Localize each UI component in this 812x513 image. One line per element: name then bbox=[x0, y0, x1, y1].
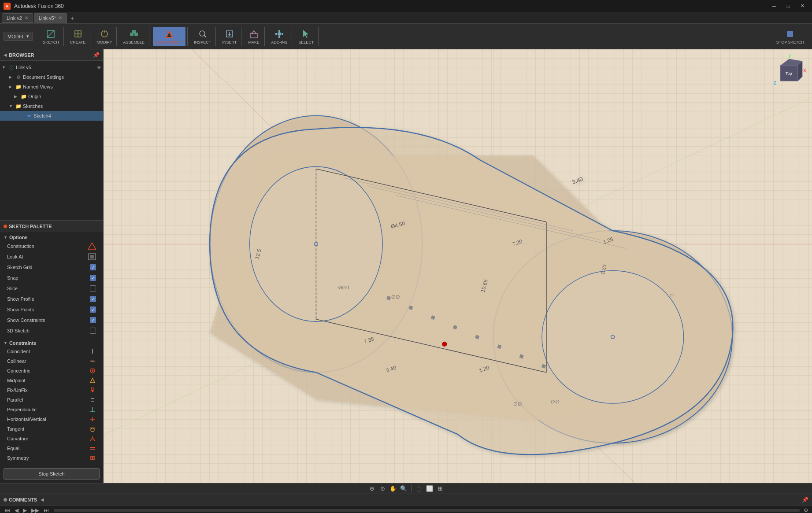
equal-icon[interactable] bbox=[89, 445, 96, 452]
svg-text:∅∅: ∅∅ bbox=[551, 399, 560, 404]
close-button[interactable]: ✕ bbox=[796, 2, 808, 11]
svg-marker-25 bbox=[88, 243, 96, 250]
item-label: Link v5 bbox=[16, 65, 95, 70]
construct-menu[interactable]: CONSTRUCT * bbox=[153, 27, 185, 46]
constraints-header[interactable]: ▼ Constraints bbox=[4, 340, 100, 347]
timeline-play-btn[interactable]: ▶ bbox=[22, 507, 28, 513]
palette-dot bbox=[4, 225, 7, 228]
construction-row: Construction bbox=[4, 241, 100, 251]
midpoint-row: Midpoint bbox=[4, 376, 100, 385]
look-at-ctrl[interactable] bbox=[88, 253, 96, 260]
insert-menu[interactable]: INSERT bbox=[219, 27, 239, 46]
create-menu[interactable]: CREATE bbox=[67, 27, 89, 46]
perpendicular-icon[interactable] bbox=[89, 406, 96, 413]
3d-sketch-checkbox[interactable] bbox=[90, 328, 96, 334]
display-btn[interactable]: ⬚ bbox=[414, 484, 424, 493]
tangent-icon[interactable] bbox=[89, 425, 96, 432]
modify-menu[interactable]: MODIFY bbox=[94, 27, 115, 46]
fit-btn[interactable]: ⊙ bbox=[378, 484, 387, 493]
svg-rect-21 bbox=[275, 33, 277, 35]
folder-icon-2: 📁 bbox=[20, 93, 27, 100]
tree-item-origin[interactable]: ▶ 📁 Origin bbox=[0, 92, 103, 101]
svg-rect-20 bbox=[278, 36, 280, 38]
snap-checkbox[interactable] bbox=[90, 275, 96, 281]
sketch-grid-checkbox[interactable] bbox=[90, 264, 96, 270]
minimize-button[interactable]: ─ bbox=[768, 2, 780, 11]
construction-ctrl[interactable] bbox=[88, 243, 96, 250]
horizontalvertical-row: Horizontal/Vertical bbox=[4, 414, 100, 424]
insert-group: INSERT bbox=[218, 27, 241, 46]
assemble-menu[interactable]: ASSEMBLE bbox=[120, 27, 147, 46]
tab-add-button[interactable]: + bbox=[68, 14, 77, 22]
expand-icon: ▼ bbox=[2, 65, 7, 70]
comments-dot bbox=[4, 498, 7, 502]
viewport[interactable]: 3.40 7.20 10.65 Ø4.50 12.5 1.25 1.20 7.3… bbox=[104, 49, 812, 483]
symmetry-icon[interactable] bbox=[89, 454, 96, 461]
stop-sketch-button[interactable]: Stop Sketch bbox=[4, 468, 100, 480]
show-constraints-row: Show Constraints bbox=[4, 315, 100, 325]
svg-line-13 bbox=[204, 35, 206, 37]
sketch-menu[interactable]: SKETCH bbox=[40, 27, 62, 46]
timeline-next-btn[interactable]: ▶▶ bbox=[30, 507, 41, 513]
select-menu[interactable]: SELECT bbox=[296, 27, 316, 46]
show-profile-checkbox[interactable] bbox=[90, 296, 96, 302]
timeline-end-btn[interactable]: ⏭ bbox=[42, 507, 50, 513]
concentric-icon[interactable] bbox=[89, 367, 96, 374]
sketch-palette: SKETCH PALETTE ▼ Options Construction Lo… bbox=[0, 220, 103, 483]
midpoint-icon[interactable] bbox=[89, 377, 96, 384]
timeline-settings-icon[interactable]: ⚙ bbox=[804, 507, 808, 513]
tree-item-sketches[interactable]: ▼ 📁 Sketches bbox=[0, 101, 103, 111]
comments-pin[interactable]: 📌 bbox=[802, 497, 808, 503]
tree-item-link-v5[interactable]: ▼ ⬡ Link v5 👁 bbox=[0, 63, 103, 72]
fixunfix-icon[interactable] bbox=[89, 387, 96, 394]
grid-btn[interactable]: ⊞ bbox=[435, 484, 445, 493]
zoom-btn[interactable]: 🔍 bbox=[399, 484, 408, 493]
visual-style-btn[interactable]: ⬜ bbox=[425, 484, 434, 493]
assemble-group: ASSEMBLE bbox=[119, 27, 149, 46]
browser-pin-icon[interactable]: 📌 bbox=[93, 52, 100, 58]
assemble-icon bbox=[129, 29, 139, 39]
timeline-track[interactable] bbox=[54, 509, 800, 512]
slice-checkbox[interactable] bbox=[90, 285, 96, 292]
svg-rect-19 bbox=[278, 30, 280, 32]
pan-btn[interactable]: ✋ bbox=[388, 484, 398, 493]
tab-link-v5[interactable]: Link v5* ✕ bbox=[34, 13, 67, 23]
timeline-rewind-btn[interactable]: ⏮ bbox=[4, 507, 11, 513]
svg-text:□: □ bbox=[670, 293, 673, 298]
constraints-arrow-icon: ▼ bbox=[4, 341, 7, 345]
svg-rect-17 bbox=[250, 33, 257, 38]
camera-btn[interactable]: ⊕ bbox=[367, 484, 377, 493]
stop-sketch-toolbar-btn[interactable]: STOP SKETCH bbox=[774, 27, 807, 46]
addins-menu[interactable]: ADD-INS bbox=[268, 27, 290, 46]
curvature-icon[interactable] bbox=[89, 435, 96, 442]
inspect-group: INSPECT bbox=[189, 27, 216, 46]
comments-expand-icon[interactable]: ◀ bbox=[41, 497, 44, 502]
palette-header[interactable]: SKETCH PALETTE bbox=[0, 221, 103, 232]
visibility-icon[interactable]: 👁 bbox=[97, 65, 101, 70]
collinear-icon[interactable] bbox=[89, 358, 96, 365]
view-cube[interactable]: Z X Y Top bbox=[771, 55, 807, 90]
tree-item-sketch4[interactable]: ✏ Sketch4 bbox=[0, 111, 103, 121]
parallel-icon[interactable] bbox=[89, 396, 96, 403]
inspect-menu[interactable]: INSPECT bbox=[191, 27, 214, 46]
options-header[interactable]: ▼ Options bbox=[4, 234, 100, 241]
coincident-icon[interactable] bbox=[89, 348, 96, 355]
show-constraints-checkbox[interactable] bbox=[90, 317, 96, 323]
tree-item-doc-settings[interactable]: ▶ ⚙ Document Settings bbox=[0, 72, 103, 82]
svg-text:∅∅: ∅∅ bbox=[391, 294, 400, 299]
tab-close-icon-2[interactable]: ✕ bbox=[59, 15, 62, 20]
make-icon bbox=[248, 29, 259, 39]
svg-rect-27 bbox=[90, 255, 94, 258]
tab-close-icon[interactable]: ✕ bbox=[25, 15, 28, 20]
model-selector[interactable]: MODEL ▾ bbox=[4, 32, 33, 41]
make-menu[interactable]: MAKE bbox=[245, 27, 263, 46]
tree-item-named-views[interactable]: ▶ 📁 Named Views bbox=[0, 82, 103, 92]
tab-link-v2[interactable]: Link v2 ✕ bbox=[2, 13, 33, 23]
hv-icon[interactable] bbox=[89, 416, 96, 423]
timeline-prev-btn[interactable]: ◀ bbox=[13, 507, 20, 513]
maximize-button[interactable]: □ bbox=[782, 2, 794, 11]
content-area: ◀ BROWSER 📌 ▼ ⬡ Link v5 👁 ▶ ⚙ Document S… bbox=[0, 49, 812, 483]
browser-expand-icon[interactable]: ◀ bbox=[4, 52, 7, 57]
show-profile-row: Show Profile bbox=[4, 294, 100, 304]
show-points-checkbox[interactable] bbox=[90, 306, 96, 313]
